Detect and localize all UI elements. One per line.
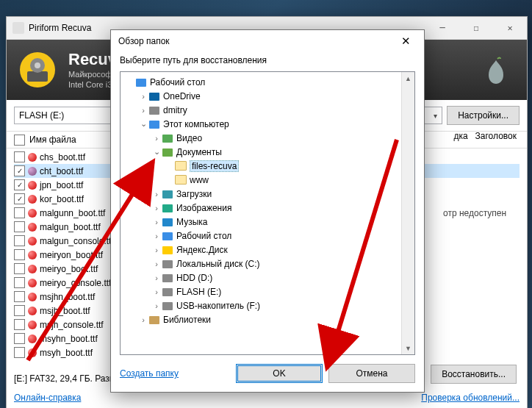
svg-rect-8 bbox=[162, 135, 173, 143]
expand-toggle[interactable]: › bbox=[151, 134, 162, 143]
expand-toggle[interactable]: › bbox=[138, 92, 148, 101]
row-checkbox[interactable] bbox=[14, 221, 25, 232]
row-checkbox[interactable] bbox=[14, 319, 25, 330]
tree-node[interactable]: ›HDD (D:) bbox=[122, 271, 413, 284]
minimize-button[interactable]: ─ bbox=[425, 17, 459, 39]
row-checkbox[interactable] bbox=[14, 235, 25, 246]
folder-tree[interactable]: Рабочий стол›OneDrive›dmitry⌄Этот компью… bbox=[120, 71, 415, 355]
tree-node[interactable]: ›Яндекс.Диск bbox=[122, 243, 413, 257]
status-dot-icon bbox=[28, 209, 37, 218]
tree-node[interactable]: ›Видео bbox=[122, 131, 413, 145]
row-checkbox[interactable] bbox=[14, 263, 25, 274]
tree-node[interactable]: ⌄Этот компьютер bbox=[122, 117, 413, 131]
file-name: meiryo_console.ttf bbox=[40, 278, 111, 288]
col-name[interactable]: Имя файла bbox=[29, 135, 76, 145]
tree-node[interactable]: ›Локальный диск (C:) bbox=[122, 257, 413, 271]
row-checkbox[interactable] bbox=[14, 333, 25, 344]
expand-toggle[interactable]: ⌄ bbox=[151, 147, 162, 157]
ydisk-icon bbox=[162, 244, 173, 256]
tree-node[interactable]: ›FLASH (E:) bbox=[122, 284, 413, 298]
close-button[interactable]: ✕ bbox=[493, 17, 527, 39]
tab-2[interactable]: Заголовок bbox=[475, 131, 517, 141]
tree-node[interactable]: ⌄Документы bbox=[122, 145, 413, 159]
tree-label: Изображения bbox=[176, 203, 231, 213]
expand-toggle[interactable]: › bbox=[151, 218, 162, 226]
row-checkbox[interactable] bbox=[14, 305, 25, 316]
svg-rect-6 bbox=[149, 107, 159, 115]
status-dot-icon bbox=[28, 265, 37, 273]
status-dot-icon bbox=[28, 167, 37, 176]
drive-icon bbox=[162, 272, 173, 284]
expand-toggle[interactable]: › bbox=[151, 204, 162, 212]
status-dot-icon bbox=[28, 181, 37, 190]
tree-label: dmitry bbox=[163, 105, 187, 115]
row-checkbox[interactable] bbox=[14, 249, 25, 260]
expand-toggle[interactable]: › bbox=[151, 190, 162, 198]
tree-node[interactable]: ›dmitry bbox=[122, 103, 413, 117]
scroll-down-button[interactable]: ▼ bbox=[402, 342, 414, 354]
expand-toggle[interactable]: › bbox=[151, 273, 162, 282]
row-checkbox[interactable] bbox=[14, 207, 25, 218]
tab-1[interactable]: дка bbox=[453, 131, 467, 141]
expand-toggle[interactable]: › bbox=[151, 287, 162, 296]
row-checkbox[interactable] bbox=[14, 151, 25, 162]
ok-button[interactable]: OK bbox=[236, 364, 323, 383]
row-checkbox[interactable] bbox=[14, 277, 25, 288]
tree-node[interactable]: ›USB-накопитель (F:) bbox=[122, 298, 413, 312]
expand-toggle[interactable]: › bbox=[151, 246, 162, 254]
settings-button[interactable]: Настройки... bbox=[447, 106, 520, 125]
tree-scrollbar[interactable]: ▲ ▼ bbox=[401, 72, 414, 354]
row-checkbox[interactable] bbox=[14, 347, 25, 358]
expand-toggle[interactable]: › bbox=[151, 260, 162, 268]
row-checkbox[interactable] bbox=[14, 179, 25, 190]
status-dot-icon bbox=[28, 195, 37, 204]
desktop-icon bbox=[135, 76, 147, 88]
drive-icon bbox=[162, 300, 173, 312]
expand-toggle[interactable]: › bbox=[138, 106, 148, 115]
expand-toggle[interactable]: › bbox=[151, 232, 162, 240]
svg-rect-9 bbox=[162, 148, 173, 157]
maximize-button[interactable]: ☐ bbox=[459, 17, 493, 39]
preview-text: отр недоступен bbox=[443, 208, 517, 218]
svg-rect-4 bbox=[136, 79, 146, 87]
svg-rect-16 bbox=[162, 274, 173, 282]
tree-label: Музыка bbox=[176, 217, 207, 227]
tree-node[interactable]: files-recuva bbox=[122, 159, 413, 173]
cancel-button[interactable]: Отмена bbox=[328, 364, 415, 383]
scroll-up-button[interactable]: ▲ bbox=[402, 72, 414, 85]
tree-node[interactable]: ›Изображения bbox=[122, 201, 413, 215]
expand-toggle[interactable]: ⌄ bbox=[138, 119, 148, 129]
tree-node[interactable]: ›Загрузки bbox=[122, 187, 413, 201]
tree-label: www bbox=[190, 175, 209, 185]
file-name: jpn_boot.ttf bbox=[40, 180, 83, 190]
help-link[interactable]: Онлайн-справка bbox=[14, 393, 81, 403]
updates-link[interactable]: Проверка обновлений... bbox=[421, 393, 520, 403]
status-dot-icon bbox=[28, 334, 37, 343]
expand-toggle[interactable]: › bbox=[138, 315, 148, 324]
tree-label: Библиотеки bbox=[163, 315, 211, 325]
svg-point-3 bbox=[35, 62, 40, 68]
tree-node[interactable]: Рабочий стол bbox=[122, 75, 413, 89]
tree-label: FLASH (E:) bbox=[176, 287, 221, 297]
tree-node[interactable]: www bbox=[122, 173, 413, 187]
tree-label: Документы bbox=[176, 147, 222, 157]
file-name: malgunn_boot.ttf bbox=[40, 208, 105, 218]
select-all-checkbox[interactable] bbox=[14, 135, 25, 146]
recover-button[interactable]: Восстановить... bbox=[431, 365, 517, 384]
dialog-close-button[interactable]: ✕ bbox=[395, 32, 417, 51]
tree-node[interactable]: ›Рабочий стол bbox=[122, 229, 413, 243]
expand-toggle[interactable]: › bbox=[151, 301, 162, 310]
user-icon bbox=[148, 104, 160, 116]
tree-node[interactable]: ›Библиотеки bbox=[122, 312, 413, 326]
status-dot-icon bbox=[28, 348, 37, 357]
svg-rect-5 bbox=[149, 93, 159, 101]
svg-rect-14 bbox=[162, 246, 173, 254]
tree-node[interactable]: ›OneDrive bbox=[122, 89, 413, 103]
tree-label: Рабочий стол bbox=[150, 77, 205, 87]
tree-node[interactable]: ›Музыка bbox=[122, 215, 413, 229]
row-checkbox[interactable] bbox=[14, 291, 25, 302]
row-checkbox[interactable] bbox=[14, 193, 25, 204]
tree-label: Локальный диск (C:) bbox=[176, 259, 260, 269]
new-folder-button[interactable]: Создать папку bbox=[120, 365, 179, 382]
row-checkbox[interactable] bbox=[14, 165, 25, 176]
